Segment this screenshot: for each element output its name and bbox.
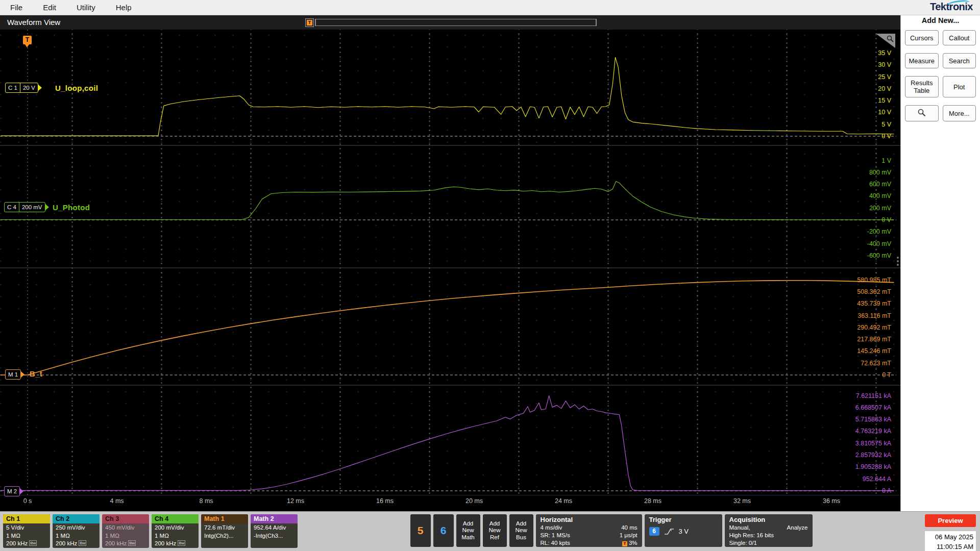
bandwidth-limit-icon: Bw [29, 540, 37, 546]
zoom-tool-button[interactable] [905, 105, 939, 121]
axis-tick-label: -400 mV [830, 240, 891, 248]
tektronix-logo: Tektronix [930, 1, 973, 13]
settings-badge-ch4[interactable]: Ch 4200 mV/div1 MΩ200 kHzBw [152, 514, 199, 548]
waveform-label-math1[interactable]: B_t [30, 369, 42, 378]
more-button[interactable]: More... [943, 105, 976, 121]
axis-tick-label: 600 mV [830, 180, 891, 188]
waveform-view-header: Waveform View T [0, 15, 900, 30]
badge-header: Math 1 [201, 514, 248, 523]
settings-badge-math2[interactable]: Math 2952.64 A/div-Intg(Ch3... [251, 514, 298, 548]
waveform-label-ch4[interactable]: U_Photod [53, 203, 90, 212]
bandwidth-limit-icon: Bw [178, 540, 185, 546]
waveform-label-ch1[interactable]: U_loop,coil [55, 84, 98, 92]
results-table-button[interactable]: Results Table [905, 76, 939, 97]
channel-badge-math1[interactable]: M 1 [5, 369, 21, 380]
axis-tick-label: 290.492 mT [830, 323, 891, 332]
waveform-canvas [0, 30, 900, 511]
axis-tick-label: 0 V [830, 216, 891, 224]
settings-badge-math1[interactable]: Math 172.6 mT/divIntg(Ch2)... [201, 514, 248, 548]
badge-settings: 5 V/div1 MΩ200 kHzBw [3, 523, 50, 548]
callout-button[interactable]: Callout [943, 30, 976, 45]
axis-tick-label: 200 mV [830, 204, 891, 212]
navigator-trigger-icon[interactable]: T [305, 18, 314, 27]
acquisition-title: Acquisition [729, 516, 808, 523]
cursors-button[interactable]: Cursors [905, 30, 939, 45]
badge-header: Ch 1 [3, 514, 50, 523]
time-tick-label: 20 ms [459, 497, 489, 505]
axis-tick-label: -200 mV [830, 228, 891, 236]
trigger-panel[interactable]: Trigger 6 3 V [645, 514, 722, 547]
axis-tick-label: 2.857932 kA [830, 451, 891, 459]
acquisition-panel[interactable]: Acquisition Manual, Analyze High Res: 16… [725, 514, 813, 547]
measure-button[interactable]: Measure [905, 53, 939, 68]
waveform-ch1 [1, 57, 894, 136]
axis-tick-label: -600 mV [830, 252, 891, 260]
horizontal-scale: 4 ms/div [541, 524, 562, 532]
badge-settings: 200 mV/div1 MΩ200 kHzBw [152, 523, 199, 548]
settings-badge-ch3[interactable]: Ch 3450 mV/div1 MΩ200 kHzBw [102, 514, 149, 548]
settings-badge-ch2[interactable]: Ch 2250 mV/div1 MΩ200 kHzBw [53, 514, 100, 548]
plot-button[interactable]: Plot [943, 76, 976, 97]
add-new-bus-button[interactable]: AddNewBus [509, 514, 533, 547]
menu-utility[interactable]: Utility [66, 3, 106, 12]
settings-badge-ch1[interactable]: Ch 15 V/div1 MΩ200 kHzBw [3, 514, 50, 548]
horizontal-title: Horizontal [541, 516, 638, 523]
magnifier-icon [886, 35, 894, 43]
right-panel: Add New... Cursors Callout Measure Searc… [900, 15, 980, 511]
add-new-buttons: AddNewMathAddNewRefAddNewBus [456, 514, 533, 547]
badge-settings: 450 mV/div1 MΩ200 kHzBw [102, 523, 149, 548]
channel-tile-5[interactable]: 5 [410, 514, 431, 547]
axis-tick-label: 72.623 mT [830, 359, 891, 367]
time-tick-label: 24 ms [548, 497, 579, 505]
panel-resize-handle[interactable] [897, 255, 899, 267]
axis-tick-label: 5.715863 kA [830, 415, 891, 423]
badge-header: Ch 2 [53, 514, 100, 523]
sample-interval: 1 μs/pt [620, 532, 638, 539]
trigger-position-flag[interactable]: T [23, 36, 32, 44]
channel-badge-math2[interactable]: M 2 [4, 486, 20, 496]
channel-badge-ch1[interactable]: C 1 20 V [5, 83, 38, 93]
axis-tick-label: 1 V [830, 157, 891, 165]
waveform-math2 [1, 396, 894, 491]
trigger-title: Trigger [649, 516, 718, 523]
badge-header: Ch 3 [102, 514, 149, 523]
axis-tick-label: 800 mV [830, 168, 891, 177]
preview-clock-stack: Preview 06 May 2025 11:00:15 AM [925, 514, 976, 551]
axis-tick-label: 3.810575 kA [830, 439, 891, 447]
waveform-display[interactable]: 35 V30 V25 V20 V15 V10 V5 V0 V1 V800 mV6… [0, 30, 900, 511]
channel-tile-6[interactable]: 6 [433, 514, 454, 547]
horizontal-panel[interactable]: Horizontal 4 ms/div 40 ms SR: 1 MS/s 1 μ… [536, 514, 642, 547]
time-axis: 0 s4 ms8 ms12 ms16 ms20 ms24 ms28 ms32 m… [0, 495, 900, 511]
axis-tick-label: 217.869 mT [830, 335, 891, 343]
badge-settings: 952.64 A/div-Intg(Ch3... [251, 523, 298, 540]
math2-badge-label: M 2 [7, 488, 17, 494]
trigger-mini-icon: T [622, 541, 627, 546]
trigger-level: 3 V [679, 528, 689, 535]
date-text: 06 May 2025 [927, 532, 973, 542]
menu-edit[interactable]: Edit [33, 3, 66, 12]
menu-help[interactable]: Help [106, 3, 142, 12]
axis-tick-label: 25 V [830, 73, 891, 81]
add-new-ref-button[interactable]: AddNewRef [483, 514, 507, 547]
axis-tick-label: 145.246 mT [830, 347, 891, 355]
axis-tick-label: 363.116 mT [830, 312, 891, 320]
bandwidth-limit-icon: Bw [128, 540, 136, 546]
ch1-badge-label: C 1 [8, 85, 17, 91]
time-tick-label: 12 ms [280, 497, 311, 505]
datetime-display: 06 May 2025 11:00:15 AM [925, 531, 976, 551]
preview-button[interactable]: Preview [925, 514, 976, 527]
axis-tick-label: 435.739 mT [830, 299, 891, 308]
add-new-title: Add New... [901, 16, 980, 24]
axis-tick-label: 15 V [830, 96, 891, 105]
badge-settings: 72.6 mT/divIntg(Ch2)... [201, 523, 248, 540]
channel-badge-ch4[interactable]: C 4 200 mV [4, 202, 45, 212]
add-new-math-button[interactable]: AddNewMath [456, 514, 480, 547]
menu-file[interactable]: File [0, 3, 33, 12]
axis-tick-label: 5 V [830, 120, 891, 129]
horizontal-pan-navigator[interactable]: T [305, 18, 597, 27]
search-button[interactable]: Search [943, 53, 976, 68]
time-tick-label: 32 ms [727, 497, 757, 505]
navigator-track[interactable] [315, 19, 597, 26]
channel-settings-badges: Ch 15 V/div1 MΩ200 kHzBwCh 2250 mV/div1 … [3, 514, 298, 548]
acquisition-single: Single: 0/1 [729, 539, 757, 547]
